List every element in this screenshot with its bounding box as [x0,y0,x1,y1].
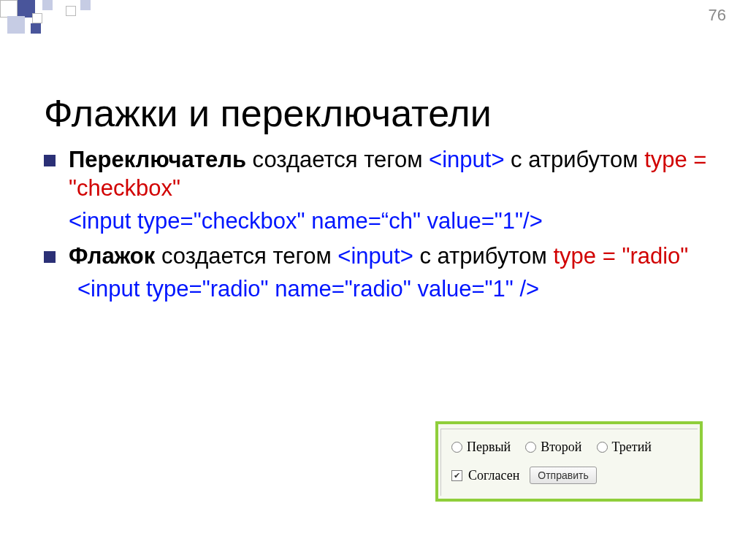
radio-label: Второй [541,440,581,455]
radio-icon [597,442,608,453]
radio-icon [525,442,536,453]
bullet-icon [44,251,56,263]
slide-title: Флажки и переключатели [44,91,492,135]
submit-button[interactable]: Отправить [530,467,596,484]
code-example-1: <input type="checkbox" name=“ch" value="… [69,207,719,236]
radio-label: Первый [467,440,511,455]
bullet-1-text: Переключатель создается тегом <input> с … [69,146,719,203]
slide-content: Переключатель создается тегом <input> с … [44,146,719,308]
bullet-icon [44,155,56,166]
radio-option-3[interactable]: Третий [597,440,652,455]
page-number: 76 [709,6,726,25]
checkbox-icon[interactable]: ✔ [451,470,462,481]
radio-label: Третий [612,440,652,455]
radio-option-1[interactable]: Первый [451,440,511,455]
form-demo-box: Первый Второй Третий ✔ Согласен Отправит… [435,421,703,502]
corner-decoration [0,0,131,34]
radio-row: Первый Второй Третий [451,440,689,455]
radio-option-2[interactable]: Второй [525,440,581,455]
radio-icon [451,442,462,453]
checkbox-label: Согласен [468,468,519,483]
code-example-2: <input type="radio" name="radio" value="… [69,275,719,304]
bullet-2-text: Флажок создается тегом <input> с атрибут… [69,242,719,271]
